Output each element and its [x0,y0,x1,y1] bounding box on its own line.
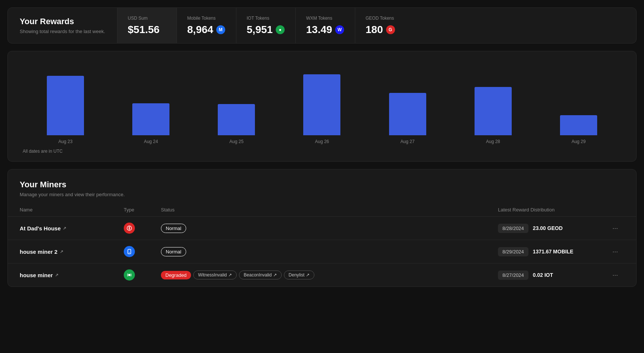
miner-type-icon-mobile [124,246,135,257]
miners-rows: At Dad's House ↗Normal 8/28/2024 23.00 G… [8,217,636,286]
geod-stat: GEOD Tokens 180 G [355,8,414,43]
usd-label: USD Sum [128,16,166,21]
miner-type-icon-iot [124,269,135,281]
chart-card: Aug 23Aug 24Aug 25Aug 26Aug 27Aug 28Aug … [7,51,637,162]
wxm-token-icon: W [335,25,344,34]
chart-bar [389,93,426,135]
status-badge: Degraded [161,271,191,279]
miners-title: Your Miners [20,180,624,190]
chart-bar [303,74,340,135]
chart-bar-group: Aug 25 [194,104,279,144]
chart-container: Aug 23Aug 24Aug 25Aug 26Aug 27Aug 28Aug … [23,62,621,144]
chart-bar-group: Aug 24 [108,103,194,144]
chart-bar [132,103,169,135]
table-row: At Dad's House ↗Normal 8/28/2024 23.00 G… [8,217,636,240]
more-options-button[interactable]: ··· [609,246,621,257]
iot-token-icon: ● [276,25,285,34]
iot-stat: IOT Tokens 5,951 ● [236,8,295,43]
miner-name[interactable]: house miner 2 ↗ [20,249,124,255]
chart-bar-group: Aug 26 [279,74,365,144]
miner-type-cell [124,223,161,234]
mobile-stat: Mobile Tokens 8,964 M [177,8,236,43]
geod-value: 180 G [366,24,404,36]
reward-date: 8/27/2024 [498,271,528,280]
chart-bar-group: Aug 28 [450,87,536,144]
chart-bar-label: Aug 23 [58,139,72,144]
usd-value: $51.56 [128,24,166,36]
miners-header: Your Miners Manage your miners and view … [8,169,636,203]
external-link-icon: ↗ [60,249,63,254]
rewards-title-section: Your Rewards Showing total rewards for t… [8,8,117,43]
actions-cell: ··· [609,223,624,234]
geod-label: GEOD Tokens [366,16,404,21]
col-status: Status [161,207,498,213]
col-reward: Latest Reward Distribution [498,207,609,213]
reward-amount: 1371.67 MOBILE [533,249,573,255]
table-row: house miner 2 ↗Normal 8/29/2024 1371.67 … [8,240,636,263]
reward-info: 8/29/2024 1371.67 MOBILE [498,247,609,256]
chart-bar-label: Aug 29 [572,139,586,144]
actions-cell: ··· [609,270,624,281]
iot-label: IOT Tokens [247,16,285,21]
chart-bar [475,87,512,135]
miner-name[interactable]: house miner ↗ [20,272,124,278]
col-name: Name [20,207,124,213]
svg-point-3 [128,274,130,276]
miner-status-cell: Normal [161,224,498,233]
chart-bar-label: Aug 25 [229,139,243,144]
miners-table: Name Type Status Latest Reward Distribut… [8,203,636,286]
rewards-title: Your Rewards [20,17,105,26]
reward-info: 8/28/2024 23.00 GEOD [498,224,609,233]
reward-date: 8/28/2024 [498,224,528,233]
status-badge: Normal [161,247,186,256]
chart-bar [47,76,84,135]
status-badge: WitnessInvalid ↗ [193,271,237,279]
iot-value: 5,951 ● [247,24,285,36]
chart-bar-group: Aug 23 [23,76,108,144]
miner-type-cell [124,246,161,257]
svg-rect-1 [128,249,131,254]
mobile-value: 8,964 M [187,24,226,36]
miner-name[interactable]: At Dad's House ↗ [20,225,124,231]
chart-bar-group: Aug 29 [536,115,621,144]
chart-bar [218,104,255,135]
reward-amount: 0.02 IOT [533,272,553,278]
reward-date: 8/29/2024 [498,247,528,256]
reward-amount: 23.00 GEOD [533,225,563,231]
col-actions [609,207,624,213]
wxm-stat: WXM Tokens 13.49 W [295,8,355,43]
wxm-label: WXM Tokens [306,16,344,21]
more-options-button[interactable]: ··· [609,270,621,281]
table-row: house miner ↗DegradedWitnessInvalid ↗Bea… [8,263,636,286]
table-header: Name Type Status Latest Reward Distribut… [8,203,636,217]
reward-info: 8/27/2024 0.02 IOT [498,271,609,280]
rewards-stats: USD Sum $51.56 Mobile Tokens 8,964 M IOT… [117,8,636,43]
usd-stat: USD Sum $51.56 [117,8,177,43]
mobile-token-icon: M [216,25,225,34]
rewards-subtitle: Showing total rewards for the last week. [20,29,105,34]
chart-bar-label: Aug 24 [144,139,158,144]
external-link-icon: ↗ [55,273,58,278]
status-badge: BeaconInvalid ↗ [239,271,282,279]
chart-bar-label: Aug 28 [486,139,500,144]
status-badge: Normal [161,224,186,233]
more-options-button[interactable]: ··· [609,223,621,234]
miner-type-icon-geod [124,223,135,234]
mobile-label: Mobile Tokens [187,16,226,21]
wxm-value: 13.49 W [306,24,344,36]
miners-card: Your Miners Manage your miners and view … [7,169,637,287]
actions-cell: ··· [609,246,624,257]
chart-bar [560,115,597,135]
status-badge: Denylist ↗ [284,271,314,279]
chart-note: All dates are in UTC [23,149,621,154]
col-type: Type [124,207,161,213]
chart-bar-label: Aug 26 [315,139,329,144]
chart-bar-group: Aug 27 [365,93,450,144]
miner-status-cell: DegradedWitnessInvalid ↗BeaconInvalid ↗D… [161,271,498,279]
geod-token-icon: G [386,25,395,34]
rewards-card: Your Rewards Showing total rewards for t… [7,7,637,43]
miner-type-cell [124,269,161,281]
miners-subtitle: Manage your miners and view their perfor… [20,192,624,197]
miner-status-cell: Normal [161,247,498,256]
chart-bar-label: Aug 27 [401,139,415,144]
